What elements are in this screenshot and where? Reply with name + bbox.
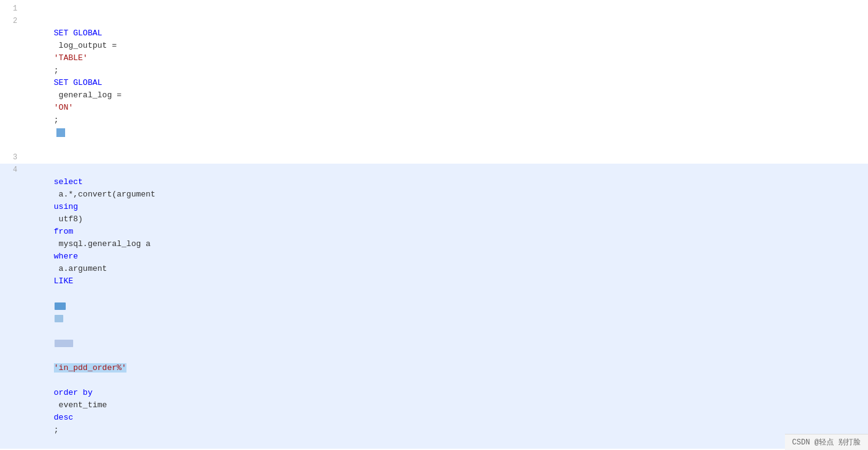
cursor-block [56, 128, 65, 137]
bottom-bar: CSDN @轻点 别打脸 [785, 434, 868, 450]
code-line-1: 1 [0, 2, 868, 15]
color-block-blue1 [55, 302, 66, 310]
color-block-blue3 [55, 340, 73, 347]
code-line-3: 3 [0, 151, 868, 164]
code-line-2: 2 SET GLOBAL log_output = 'TABLE' ; SET … [0, 15, 868, 151]
bottom-bar-text: CSDN @轻点 别打脸 [792, 438, 861, 447]
code-editor: 1 2 SET GLOBAL log_output = 'TABLE' ; SE… [0, 0, 868, 450]
color-block-blue2 [55, 315, 63, 322]
code-line-4: 4 select a.*,convert(argument using utf8… [0, 164, 868, 449]
